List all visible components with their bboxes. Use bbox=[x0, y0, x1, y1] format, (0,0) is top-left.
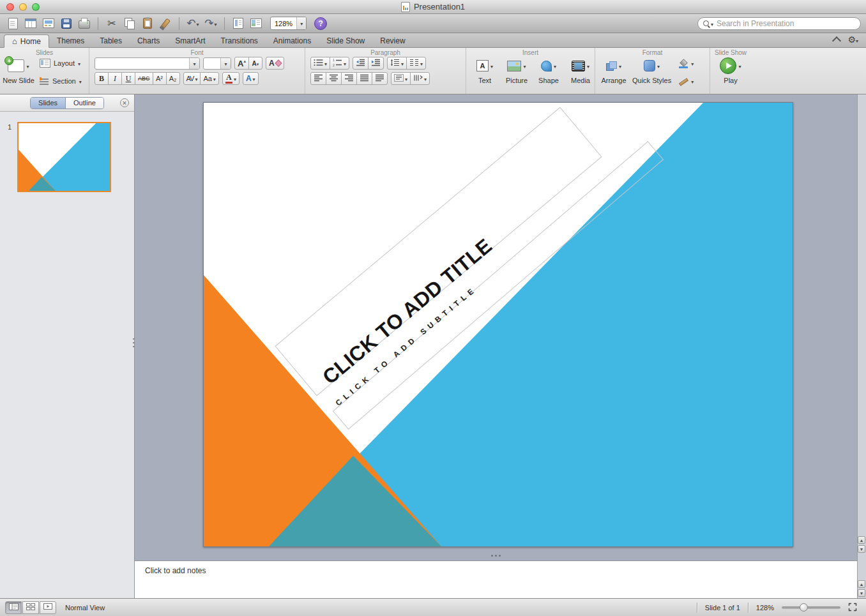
text-effects-button[interactable]: A bbox=[243, 72, 259, 85]
italic-button[interactable]: I bbox=[108, 72, 122, 85]
shrink-font-button[interactable] bbox=[248, 57, 262, 70]
format-painter-button[interactable] bbox=[158, 15, 173, 32]
arrange-button[interactable]: Arrange bbox=[600, 57, 627, 87]
zoom-dropdown[interactable] bbox=[296, 17, 306, 29]
print-button[interactable] bbox=[77, 15, 92, 32]
notes-scroll-down-icon[interactable]: ▼ bbox=[858, 589, 865, 597]
zoom-slider[interactable] bbox=[782, 606, 840, 609]
tab-smartart[interactable]: SmartArt bbox=[167, 34, 213, 47]
font-color-button[interactable]: A bbox=[222, 72, 239, 85]
paste-button[interactable] bbox=[140, 15, 155, 32]
pane-splitter-grip[interactable] bbox=[133, 338, 135, 349]
clear-formatting-button[interactable] bbox=[266, 57, 284, 70]
undo-button[interactable] bbox=[185, 15, 201, 32]
ribbon-options-button[interactable] bbox=[847, 34, 858, 45]
scroll-down-icon[interactable]: ▼ bbox=[858, 545, 865, 553]
slide-show-view-button[interactable] bbox=[40, 601, 56, 614]
gear-icon bbox=[847, 36, 856, 45]
new-slide-button[interactable]: New Slide bbox=[5, 57, 32, 87]
shape-line-button[interactable] bbox=[676, 75, 696, 87]
close-window-button[interactable] bbox=[6, 3, 14, 11]
slide-thumbnail[interactable] bbox=[17, 122, 111, 192]
font-size-combobox[interactable] bbox=[203, 57, 231, 70]
character-spacing-button[interactable]: AV bbox=[183, 72, 201, 85]
minimize-window-button[interactable] bbox=[19, 3, 27, 11]
tab-tables[interactable]: Tables bbox=[92, 34, 130, 47]
zoom-combobox[interactable]: 128% bbox=[270, 17, 307, 30]
insert-media-button[interactable]: Media bbox=[567, 57, 594, 84]
tab-animations[interactable]: Animations bbox=[266, 34, 319, 47]
caret-down-icon bbox=[711, 20, 713, 27]
distribute-text-button[interactable] bbox=[372, 72, 388, 85]
notes-scroll-up-icon[interactable]: ▲ bbox=[858, 580, 865, 588]
print-icon bbox=[79, 20, 90, 29]
vertical-scrollbar[interactable]: ▲ ▼ ▲ ▼ bbox=[857, 94, 866, 598]
increase-indent-button[interactable] bbox=[368, 57, 384, 70]
align-text-button[interactable] bbox=[391, 72, 411, 85]
notes-splitter-handle[interactable] bbox=[491, 555, 493, 557]
zoom-slider-knob[interactable] bbox=[800, 603, 808, 612]
collapse-ribbon-icon[interactable] bbox=[832, 36, 841, 45]
decrease-indent-button[interactable] bbox=[353, 57, 368, 70]
numbering-button[interactable]: 12 bbox=[330, 57, 349, 70]
character-spacing-label: AV bbox=[186, 75, 194, 82]
subscript-button[interactable]: A₂ bbox=[166, 72, 180, 85]
slides-pane-tab-outline[interactable]: Outline bbox=[65, 98, 103, 109]
slides-pane-tab-slides[interactable]: Slides bbox=[31, 98, 65, 109]
columns-button[interactable] bbox=[406, 57, 426, 70]
font-name-combobox[interactable] bbox=[95, 57, 200, 70]
change-case-button[interactable]: Aa bbox=[200, 72, 218, 85]
align-left-button[interactable] bbox=[310, 72, 326, 85]
fit-slide-to-window-button[interactable] bbox=[848, 603, 857, 613]
insert-picture-button[interactable]: Picture bbox=[503, 57, 530, 84]
superscript-button[interactable]: A² bbox=[153, 72, 167, 85]
line-spacing-button[interactable] bbox=[387, 57, 407, 70]
insert-text-button[interactable]: Text bbox=[471, 57, 498, 84]
notes-pane[interactable]: Click to add notes bbox=[135, 560, 857, 598]
slide[interactable]: CLICK TO ADD TITLE CLICK TO ADD SUBTITLE bbox=[203, 102, 793, 547]
shape-fill-button[interactable] bbox=[676, 57, 696, 70]
notes-placeholder[interactable]: Click to add notes bbox=[145, 566, 206, 575]
new-presentation-button[interactable] bbox=[5, 15, 20, 32]
justify-button[interactable] bbox=[356, 72, 372, 85]
close-pane-icon[interactable] bbox=[120, 98, 129, 107]
quick-styles-button[interactable]: Quick Styles bbox=[632, 57, 671, 87]
cut-button[interactable] bbox=[104, 15, 119, 32]
copy-button[interactable] bbox=[122, 15, 137, 32]
media-browser-button[interactable] bbox=[248, 15, 264, 32]
slide-editor-canvas[interactable]: CLICK TO ADD TITLE CLICK TO ADD SUBTITLE… bbox=[135, 94, 857, 598]
bold-button[interactable]: B bbox=[95, 72, 109, 85]
redo-button[interactable] bbox=[203, 15, 218, 32]
grow-font-icon bbox=[238, 59, 246, 68]
underline-button[interactable]: U bbox=[121, 72, 135, 85]
tab-themes[interactable]: Themes bbox=[49, 34, 92, 47]
insert-shape-button[interactable]: Shape bbox=[535, 57, 562, 84]
search-input[interactable] bbox=[715, 19, 855, 29]
caret-down-icon bbox=[405, 75, 407, 82]
section-button[interactable]: Section bbox=[37, 75, 84, 87]
tab-transitions[interactable]: Transitions bbox=[213, 34, 266, 47]
align-center-button[interactable] bbox=[326, 72, 342, 85]
zoom-window-button[interactable] bbox=[32, 3, 40, 11]
tab-home[interactable]: Home bbox=[4, 34, 49, 48]
help-button[interactable]: ? bbox=[309, 15, 327, 32]
tab-charts[interactable]: Charts bbox=[130, 34, 167, 47]
normal-view-button[interactable] bbox=[5, 601, 22, 614]
gallery-button[interactable] bbox=[41, 15, 56, 32]
slide-sorter-view-button[interactable] bbox=[22, 601, 39, 614]
align-right-button[interactable] bbox=[341, 72, 357, 85]
tab-slide-show[interactable]: Slide Show bbox=[319, 34, 372, 47]
play-slideshow-button[interactable]: Play bbox=[717, 57, 744, 84]
tab-review[interactable]: Review bbox=[372, 34, 413, 47]
text-direction-button[interactable] bbox=[410, 72, 430, 85]
save-button[interactable] bbox=[59, 15, 74, 32]
open-button[interactable] bbox=[23, 15, 38, 32]
strikethrough-button[interactable]: ABC bbox=[135, 72, 153, 85]
search-box[interactable] bbox=[697, 17, 861, 30]
layout-button[interactable]: Layout bbox=[37, 57, 84, 70]
grow-font-button[interactable] bbox=[234, 57, 249, 70]
scroll-up-icon[interactable]: ▲ bbox=[858, 536, 865, 544]
format-report-button[interactable] bbox=[231, 15, 246, 32]
insert-media-label: Media bbox=[571, 77, 590, 84]
bullets-button[interactable] bbox=[310, 57, 330, 70]
